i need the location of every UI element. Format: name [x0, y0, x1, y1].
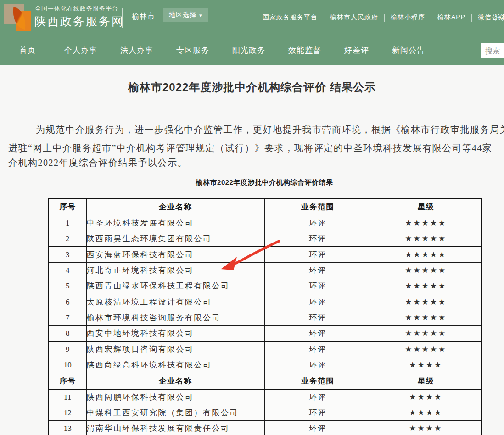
cell-scope: 环评 [264, 294, 371, 310]
table-row: 3西安海蓝环保科技有限公司环评★★★★★ [49, 247, 481, 263]
cell-scope: 环评 [264, 326, 371, 342]
cell-no: 6 [49, 294, 86, 310]
cell-name: 陕西宏辉项目咨询有限公司 [86, 341, 264, 357]
column-header: 序号 [49, 373, 86, 389]
cell-scope: 环评 [264, 310, 371, 326]
cell-scope: 环评 [264, 263, 371, 278]
column-header: 序号 [49, 199, 86, 215]
register-link[interactable]: 注册 [495, 13, 504, 22]
column-header: 企业名称 [86, 199, 264, 215]
nav-item[interactable]: 新闻公告 [392, 45, 425, 56]
cell-stars: ★★★★★ [371, 310, 481, 326]
cell-stars: ★★★★★ [371, 326, 481, 342]
link-separator [384, 14, 385, 22]
topbar-link[interactable]: 榆林小程序 [391, 13, 425, 22]
cell-stars: ★★★★★ [371, 263, 481, 278]
cell-stars: ★★★★ [371, 357, 481, 373]
link-separator [471, 14, 472, 22]
cell-name: 榆林市环境科技咨询服务有限公司 [86, 310, 264, 326]
cell-no: 8 [49, 326, 86, 342]
cell-scope: 环评 [264, 247, 371, 263]
cell-no: 2 [49, 231, 86, 247]
cell-stars: ★★★★★ [371, 247, 481, 263]
page: 全国一体化在线政务服务平台 陕西政务服务网 榆林市 地区选择 ▾ 国家政务服务平… [0, 0, 504, 435]
nav-items: 首页个人办事法人办事专区服务阳光政务效能监督好差评新闻公告 [19, 35, 425, 65]
cell-stars: ★★★★ [371, 389, 481, 405]
table-row: 13渭南华山环保科技发展有限责任公司环评★★★★ [49, 421, 481, 435]
paragraph-line: 进驻“网上中介服务超市”中介机构考评管理规定（试行）》要求，现将评定的中圣环境科… [8, 142, 492, 154]
cell-name: 河北奇正环境科技有限公司 [86, 263, 264, 278]
table-row: 7榆林市环境科技咨询服务有限公司环评★★★★★ [49, 310, 481, 326]
paragraph-line: 为规范中介服务行为，进一步强化中介监管工作，更好地提升我市营商环境，根据《榆林市… [36, 124, 504, 136]
site-logo [4, 3, 32, 32]
nav-item[interactable]: 专区服务 [176, 45, 209, 56]
cell-name: 中圣环境科技发展有限公司 [86, 215, 264, 231]
cell-name: 陕西阔鹏环保科技有限公司 [86, 389, 264, 405]
table-row: 5陕西青山绿水环保科技工程有限公司环评★★★★★ [49, 278, 481, 294]
cell-name: 渭南华山环保科技发展有限责任公司 [86, 421, 264, 435]
table-header-row: 序号企业名称业务范围星级 [49, 373, 481, 389]
divider [122, 8, 123, 28]
nav-item[interactable]: 阳光政务 [232, 45, 265, 56]
column-header: 星级 [371, 373, 481, 389]
chevron-down-icon: ▾ [199, 13, 202, 18]
topbar-link[interactable]: 国家政务服务平台 [263, 13, 318, 22]
cell-name: 陕西尚绿高科环境科技有限公司 [86, 357, 264, 373]
cell-no: 10 [49, 357, 86, 373]
column-header: 星级 [371, 199, 481, 215]
cell-no: 4 [49, 263, 86, 278]
table-header-row: 序号企业名称业务范围星级 [49, 199, 481, 215]
cell-scope: 环评 [264, 357, 371, 373]
nav-item[interactable]: 法人办事 [120, 45, 153, 56]
cell-stars: ★★★★★ [371, 294, 481, 310]
cell-no: 9 [49, 341, 86, 357]
table-row: 8西安中地环境科技有限公司环评★★★★★ [49, 326, 481, 342]
cell-stars: ★★★★★ [371, 231, 481, 247]
content-area: 榆林市2022年度涉批中介机构综合评价 结果公示 为规范中介服务行为，进一步强化… [0, 65, 504, 435]
column-header: 业务范围 [264, 373, 371, 389]
column-header: 业务范围 [264, 199, 371, 215]
cell-scope: 环评 [264, 231, 371, 247]
cell-name: 陕西雨昊生态环境集团有限公司 [86, 231, 264, 247]
cell-no: 3 [49, 247, 86, 263]
cell-stars: ★★★★★ [371, 215, 481, 231]
region-selector-label: 地区选择 [169, 11, 196, 19]
nav-item[interactable]: 个人办事 [64, 45, 97, 56]
cell-name: 西安海蓝环保科技有限公司 [86, 247, 264, 263]
top-bar: 全国一体化在线政务服务平台 陕西政务服务网 榆林市 地区选择 ▾ 国家政务服务平… [0, 0, 504, 35]
table-wrapper: 序号企业名称业务范围星级1中圣环境科技发展有限公司环评★★★★★2陕西雨昊生态环… [48, 198, 481, 435]
page-title: 榆林市2022年度涉批中介机构综合评价 结果公示 [0, 80, 504, 95]
topbar-link[interactable]: 榆林市人民政府 [330, 13, 378, 22]
paragraph-line: 介机构2022年度综合评价结果予以公示。 [8, 157, 187, 169]
cell-name: 陕西青山绿水环保科技工程有限公司 [86, 278, 264, 294]
platform-label: 全国一体化在线政务服务平台 [35, 5, 118, 13]
topbar-link[interactable]: 榆林APP [437, 13, 465, 22]
cell-name: 太原核清环境工程设计有限公司 [86, 294, 264, 310]
nav-item[interactable]: 首页 [19, 45, 36, 56]
cell-no: 12 [49, 405, 86, 421]
nav-bar: 首页个人办事法人办事专区服务阳光政务效能监督好差评新闻公告 [0, 35, 504, 65]
cell-stars: ★★★★★ [371, 278, 481, 294]
table-row: 1中圣环境科技发展有限公司环评★★★★★ [49, 215, 481, 231]
region-selector-button[interactable]: 地区选择 ▾ [163, 8, 208, 22]
link-separator [431, 14, 431, 22]
table-caption: 榆林市2022年度涉批中介机构综合评价结果 [48, 178, 481, 187]
nav-item[interactable]: 效能监督 [288, 45, 321, 56]
evaluation-table: 序号企业名称业务范围星级1中圣环境科技发展有限公司环评★★★★★2陕西雨昊生态环… [48, 198, 482, 435]
current-city-label: 榆林市 [132, 12, 155, 22]
cell-no: 13 [49, 421, 86, 435]
nav-item[interactable]: 好差评 [344, 45, 369, 56]
search-input[interactable] [481, 43, 504, 58]
table-row: 2陕西雨昊生态环境集团有限公司环评★★★★★ [49, 231, 481, 247]
site-name: 陕西政务服务网 [34, 14, 124, 29]
cell-name: 中煤科工西安研究院（集团）有限公司 [86, 405, 264, 421]
topbar-links: 国家政务服务平台榆林市人民政府榆林小程序榆林APP微信公众号 [263, 0, 504, 35]
table-row: 11陕西阔鹏环保科技有限公司环评★★★★ [49, 389, 481, 405]
cell-stars: ★★★★ [371, 405, 481, 421]
cell-scope: 环评 [264, 421, 371, 435]
column-header: 企业名称 [86, 373, 264, 389]
cell-no: 1 [49, 215, 86, 231]
table-row: 12中煤科工西安研究院（集团）有限公司环评★★★★ [49, 405, 481, 421]
cell-name: 西安中地环境科技有限公司 [86, 326, 264, 342]
cell-stars: ★★★★ [371, 421, 481, 435]
